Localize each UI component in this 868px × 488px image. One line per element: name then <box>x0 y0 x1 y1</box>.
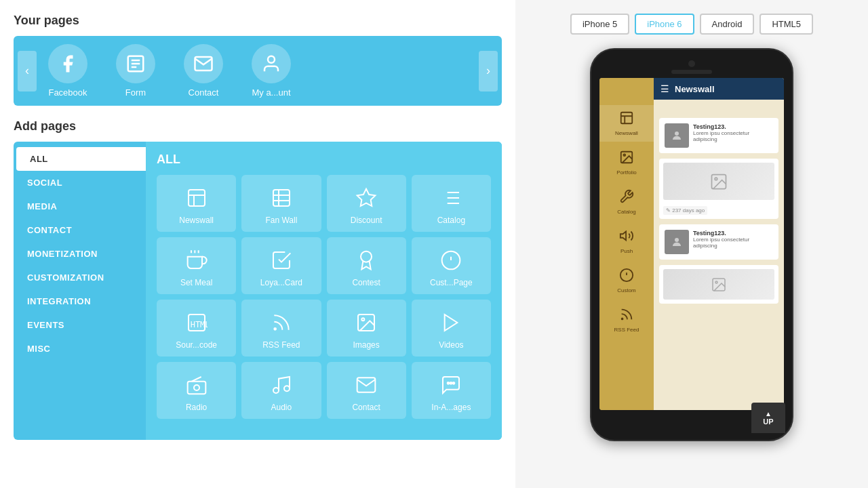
feed-image-4 <box>663 269 774 300</box>
sidebar-newswall-icon <box>619 110 634 129</box>
account-icon <box>252 44 291 83</box>
sidebar-rss-icon <box>619 307 634 325</box>
page-item-form[interactable]: Form <box>108 44 163 98</box>
device-btn-android[interactable]: Android <box>700 14 755 35</box>
sidebar-item-catalog[interactable]: Catalog <box>599 184 654 220</box>
radio-label: Radio <box>186 403 207 412</box>
device-btn-iphone5[interactable]: iPhone 5 <box>570 14 629 35</box>
svg-point-4 <box>268 56 275 63</box>
svg-point-35 <box>273 388 279 393</box>
page-item-contact[interactable]: Contact <box>176 44 231 98</box>
sidebar-item-push[interactable]: Push <box>599 223 654 260</box>
device-btn-iphone6[interactable]: iPhone 6 <box>635 14 694 35</box>
category-events[interactable]: EVENTS <box>14 313 146 337</box>
sidebar-catalog-icon <box>619 189 634 207</box>
contest-icon <box>353 247 380 274</box>
svg-point-28 <box>274 328 276 330</box>
category-social[interactable]: SOCIAL <box>14 171 146 195</box>
sidebar-item-portfolio[interactable]: Portfolio <box>599 144 654 181</box>
add-pages-title: Add pages <box>14 119 502 134</box>
carousel-next-button[interactable]: › <box>479 51 498 92</box>
svg-point-33 <box>194 385 199 390</box>
category-monetization[interactable]: MONETIZATION <box>14 242 146 266</box>
phone-speaker <box>671 70 712 74</box>
discount-icon <box>353 184 380 211</box>
svg-point-22 <box>361 251 372 262</box>
svg-point-38 <box>450 382 452 384</box>
custompage-icon <box>437 247 465 274</box>
svg-point-53 <box>675 238 679 242</box>
up-arrow-icon: ▲ <box>765 410 772 418</box>
svg-marker-31 <box>445 314 458 331</box>
grid-item-newswall[interactable]: Newswall <box>157 175 236 232</box>
items-grid-container: ALL Newswall <box>146 142 502 440</box>
category-customization[interactable]: CUSTOMIZATION <box>14 266 146 289</box>
svg-rect-8 <box>273 190 290 206</box>
svg-rect-40 <box>621 113 633 124</box>
sidebar-portfolio-label: Portfolio <box>616 169 636 176</box>
items-grid: Newswall Fan Wall <box>157 175 491 419</box>
page-item-facebook[interactable]: Facebook <box>41 44 95 98</box>
phone-camera <box>688 60 695 67</box>
grid-item-setmeal[interactable]: Set Meal <box>157 237 236 294</box>
grid-item-sourcecode[interactable]: HTML Sour...code <box>157 300 236 357</box>
feed-author-1: Testing123. <box>693 123 773 130</box>
feed-item-3: Testing123. Lorem ipsu consectetur adipi… <box>659 224 778 260</box>
grid-item-audio[interactable]: Audio <box>241 362 321 419</box>
feed-item-4 <box>659 265 778 304</box>
phone-feed: Testing123. Lorem ipsu consectetur adipi… <box>654 113 784 410</box>
add-pages-container: ALL SOCIAL MEDIA CONTACT MONETIZATION CU… <box>14 142 502 440</box>
grid-item-rssfeed[interactable]: RSS Feed <box>241 300 321 357</box>
category-media[interactable]: MEDIA <box>14 195 146 218</box>
videos-icon <box>437 309 465 336</box>
sidebar-item-newswall[interactable]: Newswall <box>599 105 654 142</box>
sidebar-item-rss[interactable]: RSS Feed <box>599 302 654 338</box>
page-item-contact-label: Contact <box>189 87 219 98</box>
svg-point-52 <box>715 178 717 180</box>
grid-item-inappages[interactable]: In-A...ages <box>412 362 491 419</box>
grid-item-custompage[interactable]: Cust...Page <box>412 237 491 294</box>
setmeal-icon <box>183 247 210 274</box>
grid-item-videos[interactable]: Videos <box>412 300 491 357</box>
contact2-icon <box>353 371 380 399</box>
category-misc[interactable]: MISC <box>14 337 146 361</box>
svg-rect-5 <box>189 190 205 206</box>
svg-marker-45 <box>620 232 626 241</box>
grid-item-contact2[interactable]: Contact <box>327 362 406 419</box>
feed-timestamp-2: ✎ 237 days ago <box>663 206 707 215</box>
grid-item-fanwall[interactable]: Fan Wall <box>241 175 321 232</box>
facebook-icon <box>48 44 87 83</box>
feed-thumb-3 <box>665 230 689 254</box>
catalog-icon <box>437 184 465 211</box>
category-contact[interactable]: CONTACT <box>14 218 146 242</box>
grid-item-discount[interactable]: Discount <box>327 175 406 232</box>
sidebar-newswall-label: Newswall <box>615 130 638 136</box>
svg-point-39 <box>453 382 455 384</box>
phone-content: ●●●●● Carrier 令 10:11 100% ☰ Newswall <box>654 78 784 410</box>
feed-desc-3: Lorem ipsu consectetur adipiscing <box>693 237 773 249</box>
left-panel: Your pages ‹ Facebook <box>0 0 515 488</box>
images-icon <box>353 309 380 336</box>
phone-mockup: Newswall Portfolio <box>590 48 793 441</box>
images-label: Images <box>353 340 379 350</box>
grid-item-contest[interactable]: Contest <box>327 237 406 294</box>
up-badge[interactable]: ▲ UP <box>751 403 785 433</box>
device-btn-html5[interactable]: HTML5 <box>760 14 813 35</box>
svg-point-36 <box>284 386 290 391</box>
grid-title: ALL <box>157 152 491 167</box>
carousel-prev-button[interactable]: ‹ <box>18 51 37 92</box>
sidebar-custom-label: Custom <box>617 287 636 293</box>
svg-point-50 <box>675 131 679 136</box>
category-all[interactable]: ALL <box>16 147 146 171</box>
category-integration[interactable]: INTEGRATION <box>14 289 146 313</box>
sidebar-item-custom[interactable]: Custom <box>599 262 654 299</box>
grid-item-loyaltycard[interactable]: Loya...Card <box>241 237 321 294</box>
grid-item-radio[interactable]: Radio <box>157 362 236 419</box>
sidebar-portfolio-icon <box>619 150 634 168</box>
contact2-label: Contact <box>352 403 380 412</box>
page-item-myaccount[interactable]: My a...unt <box>244 44 298 98</box>
pages-carousel: ‹ Facebook <box>14 36 502 106</box>
sidebar-push-label: Push <box>620 248 633 254</box>
grid-item-images[interactable]: Images <box>327 300 406 357</box>
grid-item-catalog[interactable]: Catalog <box>412 175 491 232</box>
